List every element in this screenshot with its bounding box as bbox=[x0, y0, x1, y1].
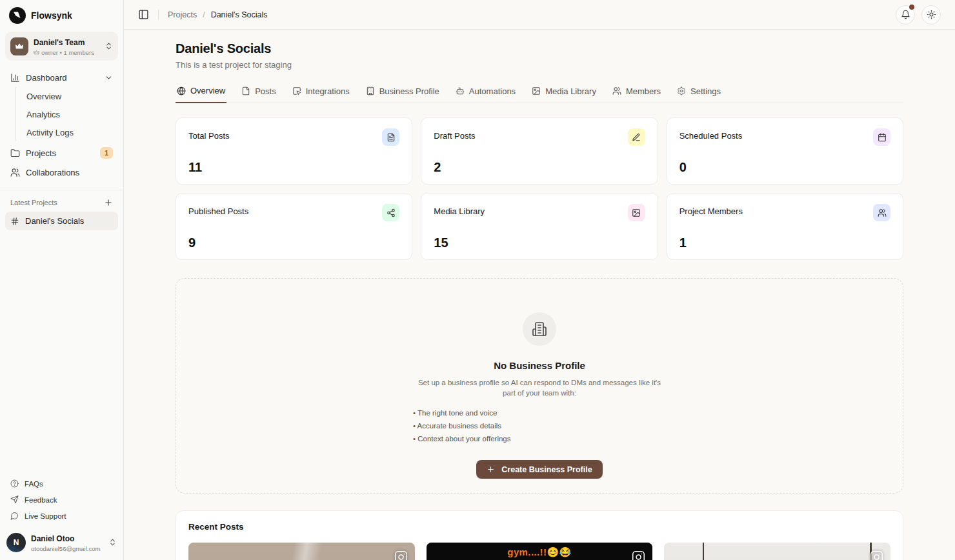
recent-post-thumbnail-1[interactable] bbox=[188, 543, 415, 560]
plus-icon bbox=[487, 465, 495, 474]
tab-overview[interactable]: Overview bbox=[176, 83, 226, 103]
breadcrumb-current: Daniel's Socials bbox=[211, 10, 268, 19]
recent-post-thumbnail-2[interactable]: gym....!!😊😂 bbox=[427, 543, 653, 560]
create-business-profile-button[interactable]: Create Business Profile bbox=[476, 460, 602, 479]
sidebar-item-label: Collaborations bbox=[26, 168, 79, 177]
empty-state-title: No Business Profile bbox=[494, 360, 585, 371]
sidebar-footer: FAQs Feedback Live Support bbox=[0, 475, 123, 526]
projects-count-badge: 1 bbox=[100, 147, 113, 159]
recent-posts-title: Recent Posts bbox=[188, 522, 890, 532]
pencil-icon bbox=[628, 128, 645, 146]
stat-value: 11 bbox=[188, 160, 399, 175]
user-name: Daniel Otoo bbox=[31, 534, 74, 543]
stat-label: Media Library bbox=[434, 204, 485, 216]
stat-label: Draft Posts bbox=[434, 128, 475, 141]
sidebar-nav: Dashboard Overview Analytics Activity Lo… bbox=[0, 68, 123, 182]
instagram-icon bbox=[632, 550, 645, 560]
user-menu[interactable]: N Daniel Otoo otoodaniel56@gmail.com bbox=[0, 526, 123, 560]
stat-value: 0 bbox=[679, 160, 890, 175]
stat-value: 9 bbox=[188, 235, 399, 250]
bot-icon bbox=[456, 86, 465, 95]
stat-label: Published Posts bbox=[188, 204, 248, 216]
tab-label: Posts bbox=[255, 86, 276, 96]
dashboard-submenu: Overview Analytics Activity Logs bbox=[15, 87, 118, 141]
sidebar-item-activity-logs[interactable]: Activity Logs bbox=[19, 123, 118, 141]
instagram-icon bbox=[870, 550, 883, 560]
breadcrumb-separator: / bbox=[197, 10, 210, 19]
sidebar-toggle-icon[interactable] bbox=[138, 9, 149, 20]
theme-toggle-button[interactable] bbox=[921, 5, 941, 25]
tab-business-profile[interactable]: Business Profile bbox=[365, 83, 441, 103]
sidebar-item-faqs[interactable]: FAQs bbox=[6, 475, 117, 492]
sidebar-item-live-support[interactable]: Live Support bbox=[6, 508, 117, 524]
gear-icon bbox=[677, 86, 686, 95]
stat-card-scheduled-posts: Scheduled Posts 0 bbox=[667, 117, 903, 185]
instagram-icon bbox=[394, 550, 408, 560]
globe-icon bbox=[177, 86, 186, 95]
latest-projects-label: Latest Projects bbox=[10, 199, 57, 206]
stat-card-draft-posts: Draft Posts 2 bbox=[421, 117, 658, 185]
sidebar-item-label: Dashboard bbox=[26, 73, 67, 83]
post-caption: gym....!!😊😂 bbox=[507, 546, 571, 558]
sidebar-item-collaborations[interactable]: Collaborations bbox=[5, 163, 118, 182]
tab-automations[interactable]: Automations bbox=[454, 83, 517, 103]
integrations-icon bbox=[292, 86, 301, 95]
add-project-icon[interactable] bbox=[104, 198, 113, 207]
recent-post-thumbnail-3[interactable] bbox=[664, 543, 890, 560]
sidebar-item-daniels-socials[interactable]: Daniel's Socials bbox=[5, 212, 118, 230]
tab-label: Business Profile bbox=[379, 86, 439, 96]
tab-label: Members bbox=[626, 86, 661, 96]
live-support-label: Live Support bbox=[25, 512, 66, 520]
chevrons-up-down-icon bbox=[108, 538, 117, 546]
page-subtitle: This is a test project for staging bbox=[176, 60, 903, 70]
sidebar-item-feedback[interactable]: Feedback bbox=[6, 492, 117, 508]
faqs-label: FAQs bbox=[25, 480, 43, 488]
cta-label: Create Business Profile bbox=[501, 465, 592, 474]
project-tabs: Overview Posts Integrations Business Pro… bbox=[176, 83, 903, 103]
notifications-button[interactable] bbox=[896, 5, 915, 25]
sidebar-item-projects[interactable]: Projects 1 bbox=[5, 143, 118, 163]
breadcrumb-projects[interactable]: Projects bbox=[168, 10, 197, 19]
image-icon bbox=[532, 86, 541, 95]
main-area: Projects / Daniel's Socials Daniel's Soc… bbox=[124, 0, 955, 560]
bullet-item: • Accurate business details bbox=[413, 421, 666, 431]
team-name: Daniel's Team bbox=[34, 38, 85, 47]
stat-card-published-posts: Published Posts 9 bbox=[176, 193, 412, 260]
stat-value: 2 bbox=[434, 160, 645, 175]
sidebar-item-overview[interactable]: Overview bbox=[19, 87, 118, 105]
share-icon bbox=[382, 204, 399, 221]
sidebar-item-dashboard[interactable]: Dashboard bbox=[5, 68, 118, 87]
bullet-item: • The right tone and voice bbox=[413, 408, 666, 418]
chat-bubble-icon bbox=[10, 512, 19, 520]
brand-header: Flowsynk bbox=[0, 0, 123, 30]
calendar-icon bbox=[873, 128, 890, 146]
team-crown-icon bbox=[10, 37, 28, 55]
page-title: Daniel's Socials bbox=[176, 41, 903, 56]
tab-media-library[interactable]: Media Library bbox=[530, 83, 598, 103]
sun-icon bbox=[927, 10, 936, 19]
chevrons-up-down-icon bbox=[105, 42, 113, 50]
tab-members[interactable]: Members bbox=[611, 83, 662, 103]
help-circle-icon bbox=[10, 479, 19, 488]
team-meta-text: owner • 1 members bbox=[41, 49, 94, 56]
team-switcher[interactable]: Daniel's Team owner • 1 members bbox=[5, 32, 118, 61]
recent-posts-section: Recent Posts gym....!!😊😂 bbox=[176, 510, 903, 560]
empty-state-bullets: • The right tone and voice • Accurate bu… bbox=[413, 408, 666, 444]
bell-icon bbox=[901, 10, 910, 19]
business-profile-empty-state: No Business Profile Set up a business pr… bbox=[176, 278, 903, 494]
avatar: N bbox=[6, 533, 26, 552]
flowsynk-logo-icon bbox=[9, 7, 26, 24]
tab-posts[interactable]: Posts bbox=[240, 83, 277, 103]
folder-icon bbox=[10, 148, 20, 158]
brand-name: Flowsynk bbox=[31, 10, 72, 21]
sidebar-item-analytics[interactable]: Analytics bbox=[19, 105, 118, 123]
empty-state-description: Set up a business profile so AI can resp… bbox=[413, 377, 666, 398]
stat-card-project-members: Project Members 1 bbox=[667, 193, 903, 260]
tab-settings[interactable]: Settings bbox=[676, 83, 722, 103]
tab-integrations[interactable]: Integrations bbox=[291, 83, 351, 103]
tab-label: Automations bbox=[469, 86, 516, 96]
image-icon bbox=[628, 204, 645, 221]
stat-card-total-posts: Total Posts 11 bbox=[176, 117, 412, 185]
file-icon bbox=[241, 86, 250, 95]
chevron-down-icon bbox=[105, 74, 113, 82]
